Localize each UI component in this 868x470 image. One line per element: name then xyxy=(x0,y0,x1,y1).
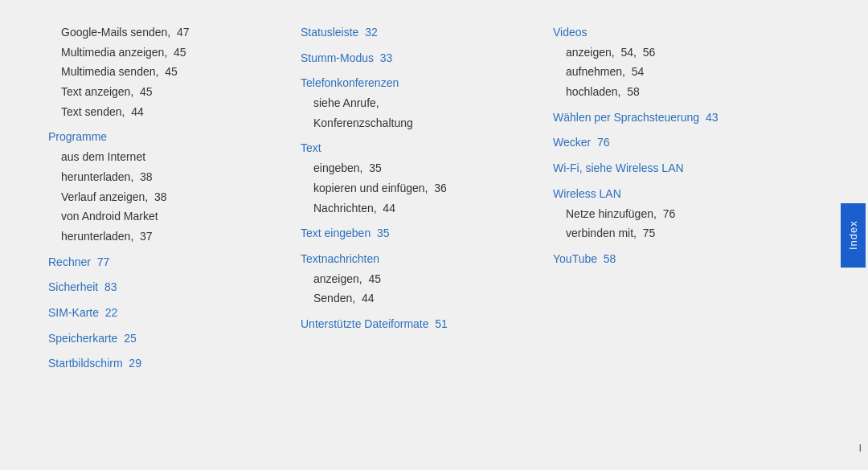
group-videos: Videos anzeigen, 54, 56 aufnehmen, 54 ho… xyxy=(553,24,789,101)
group-speicherkarte: Speicherkarte 25 xyxy=(48,330,285,348)
entry-siehe-anrufe: siehe Anrufe, xyxy=(301,95,537,112)
entry-kopieren: kopieren und einfügen, 36 xyxy=(301,180,537,198)
group-sim-karte: SIM-Karte 22 xyxy=(48,304,285,322)
entry-herunterladen-38: herunterladen, 38 xyxy=(48,169,285,186)
entry-videos-anzeigen: anzeigen, 54, 56 xyxy=(553,44,789,62)
group-waehlen: Wählen per Sprachsteuerung 43 xyxy=(553,109,789,127)
link-statusleiste[interactable]: Statusleiste 32 xyxy=(301,24,537,42)
group-startbildschirm: Startbildschirm 29 xyxy=(48,355,285,373)
entry-text-anzeigen: Text anzeigen, 45 xyxy=(48,84,285,101)
link-text[interactable]: Text xyxy=(301,140,537,157)
entry-textnachrichten-senden: Senden, 44 xyxy=(301,290,537,308)
link-waehlen-sprachsteuerung[interactable]: Wählen per Sprachsteuerung 43 xyxy=(553,109,789,127)
group-sicherheit: Sicherheit 83 xyxy=(48,279,285,296)
sidebar: Index I xyxy=(837,0,868,470)
link-wifi[interactable]: Wi-Fi, siehe Wireless LAN xyxy=(553,160,789,178)
entry-von-android: von Android Market xyxy=(48,208,285,226)
link-startbildschirm[interactable]: Startbildschirm 29 xyxy=(48,355,285,373)
group-wifi: Wi-Fi, siehe Wireless LAN xyxy=(553,160,789,178)
group-statusleiste: Statusleiste 32 xyxy=(301,24,537,42)
column-3: Videos anzeigen, 54, 56 aufnehmen, 54 ho… xyxy=(553,24,805,446)
entry-nachrichten: Nachrichten, 44 xyxy=(301,200,537,218)
link-youtube[interactable]: YouTube 58 xyxy=(553,251,789,268)
sidebar-index-tab: Index xyxy=(841,203,866,268)
link-sim-karte[interactable]: SIM-Karte 22 xyxy=(48,304,285,322)
link-speicherkarte[interactable]: Speicherkarte 25 xyxy=(48,330,285,348)
entry-aus-dem-internet: aus dem Internet xyxy=(48,149,285,166)
entry-text-senden: Text senden, 44 xyxy=(48,104,285,121)
entry-textnachrichten-anzeigen: anzeigen, 45 xyxy=(301,271,537,288)
group-stumm-modus: Stumm-Modus 33 xyxy=(301,50,537,67)
link-stumm-modus[interactable]: Stumm-Modus 33 xyxy=(301,50,537,67)
page-number: I xyxy=(858,442,862,454)
group-programme: Programme aus dem Internet herunterladen… xyxy=(48,129,285,245)
entry-verlauf-anzeigen: Verlauf anzeigen, 38 xyxy=(48,189,285,206)
column-1: Google-Mails senden, 47 Multimedia anzei… xyxy=(48,24,301,446)
entry-herunterladen-37: herunterladen, 37 xyxy=(48,228,285,246)
link-programme[interactable]: Programme xyxy=(48,129,285,146)
group-google-mails: Google-Mails senden, 47 Multimedia anzei… xyxy=(48,24,285,121)
column-2: Statusleiste 32 Stumm-Modus 33 Telefonko… xyxy=(301,24,553,446)
entry-videos-aufnehmen: aufnehmen, 54 xyxy=(553,63,789,81)
group-wecker: Wecker 76 xyxy=(553,134,789,152)
entry-videos-hochladen: hochladen, 58 xyxy=(553,84,789,101)
group-rechner: Rechner 77 xyxy=(48,254,285,272)
entry-multimedia-anzeigen: Multimedia anzeigen, 45 xyxy=(48,44,285,62)
link-textnachrichten[interactable]: Textnachrichten xyxy=(301,251,537,268)
group-text: Text eingeben, 35 kopieren und einfügen,… xyxy=(301,140,537,217)
index-page: Google-Mails senden, 47 Multimedia anzei… xyxy=(0,0,837,470)
link-rechner[interactable]: Rechner 77 xyxy=(48,254,285,272)
entry-netze-hinzufuegen: Netze hinzufügen, 76 xyxy=(553,206,789,223)
entry-multimedia-senden: Multimedia senden, 45 xyxy=(48,63,285,81)
group-textnachrichten: Textnachrichten anzeigen, 45 Senden, 44 xyxy=(301,251,537,308)
entry-eingeben: eingeben, 35 xyxy=(301,160,537,178)
link-telefonkonferenzen[interactable]: Telefonkonferenzen xyxy=(301,75,537,92)
group-wireless-lan: Wireless LAN Netze hinzufügen, 76 verbin… xyxy=(553,186,789,243)
link-wireless-lan[interactable]: Wireless LAN xyxy=(553,186,789,203)
sidebar-tab-label: Index xyxy=(847,220,859,250)
link-wecker[interactable]: Wecker 76 xyxy=(553,134,789,152)
group-text-eingeben: Text eingeben 35 xyxy=(301,225,537,243)
link-unterstuetzte-dateiformate[interactable]: Unterstützte Dateiformate 51 xyxy=(301,316,537,333)
entry-google-mails: Google-Mails senden, 47 xyxy=(48,24,285,42)
group-unterstuetzte: Unterstützte Dateiformate 51 xyxy=(301,316,537,333)
link-text-eingeben[interactable]: Text eingeben 35 xyxy=(301,225,537,243)
group-youtube: YouTube 58 xyxy=(553,251,789,268)
entry-konferenzschaltung: Konferenzschaltung xyxy=(301,115,537,133)
link-videos[interactable]: Videos xyxy=(553,24,789,42)
link-sicherheit[interactable]: Sicherheit 83 xyxy=(48,279,285,296)
group-telefonkonferenzen: Telefonkonferenzen siehe Anrufe, Konfere… xyxy=(301,75,537,132)
entry-verbinden-mit: verbinden mit, 75 xyxy=(553,225,789,243)
